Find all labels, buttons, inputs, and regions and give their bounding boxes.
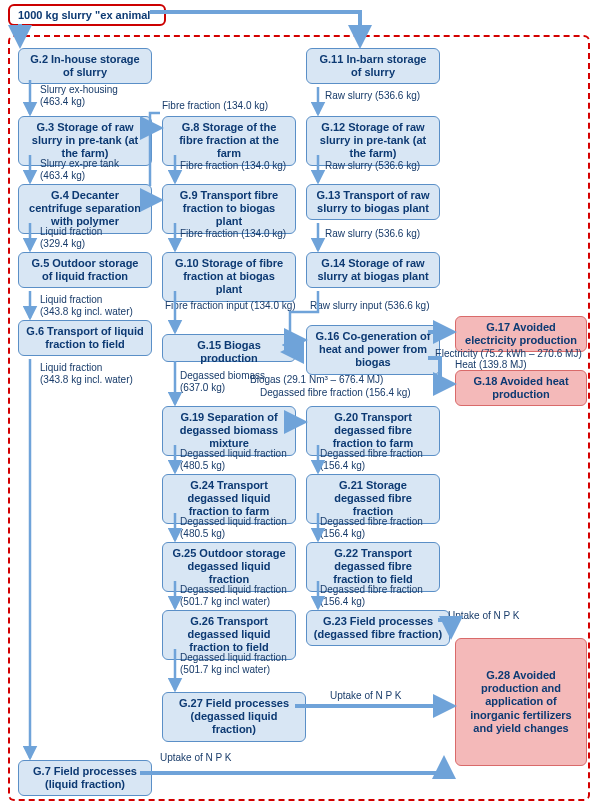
lbl-l12: Raw slurry (536.6 kg) (325, 228, 420, 239)
start-node: 1000 kg slurry "ex animal" (8, 4, 166, 26)
lbl-l19: Degassed liquid fraction (180, 448, 287, 459)
lbl-l1: Slurry ex-housing (40, 84, 118, 95)
node-g23: G.23 Field processes (degassed fibre fra… (306, 610, 450, 646)
node-g27: G.27 Field processes (degassed liquid fr… (162, 692, 306, 742)
lbl-l5: Liquid fraction (40, 362, 102, 373)
lbl-l2b: (463.4 kg) (40, 170, 85, 181)
lbl-l17b: (637.0 kg) (180, 382, 225, 393)
lbl-l21b: (501.7 kg incl water) (180, 596, 270, 607)
lbl-l5b: (343.8 kg incl. water) (40, 374, 133, 385)
lbl-l25b: (156.4 kg) (320, 596, 365, 607)
lbl-l23: Degassed fibre fraction (320, 448, 423, 459)
node-g17: G.17 Avoided electricity production (455, 316, 587, 352)
lbl-l23b: (156.4 kg) (320, 460, 365, 471)
node-g7: G.7 Field processes (liquid fraction) (18, 760, 152, 796)
lbl-l25: Degassed fibre fraction (320, 584, 423, 595)
lbl-l22: Degassed liquid fraction (180, 652, 287, 663)
node-g9: G.9 Transport fibre fraction to biogas p… (162, 184, 296, 234)
node-g28: G.28 Avoided production and application … (455, 638, 587, 766)
node-g2: G.2 In-house storage of slurry (18, 48, 152, 84)
node-g13: G.13 Transport of raw slurry to biogas p… (306, 184, 440, 220)
lbl-l28: Uptake of N P K (160, 752, 232, 763)
lbl-l21: Degassed liquid fraction (180, 584, 287, 595)
lbl-l16: Heat (139.8 MJ) (455, 359, 527, 370)
node-g14: G.14 Storage of raw slurry at biogas pla… (306, 252, 440, 288)
lbl-l3b: (329.4 kg) (40, 238, 85, 249)
node-g16: G.16 Co-generation of heat and power fro… (306, 325, 440, 375)
lbl-l27: Uptake of N P K (330, 690, 402, 701)
lbl-l3: Liquid fraction (40, 226, 102, 237)
lbl-l9: Fibre fraction input (134.0 kg) (165, 300, 296, 311)
lbl-l18: Degassed fibre fraction (156.4 kg) (260, 387, 411, 398)
node-g6: G.6 Transport of liquid fraction to fiel… (18, 320, 152, 356)
lbl-l20: Degassed liquid fraction (180, 516, 287, 527)
node-g12: G.12 Storage of raw slurry in pre-tank (… (306, 116, 440, 166)
node-g18: G.18 Avoided heat production (455, 370, 587, 406)
lbl-l26: Uptake of N P K (448, 610, 520, 621)
lbl-l7: Fibre fraction (134.0 kg) (180, 160, 286, 171)
lbl-l24: Degassed fibre fraction (320, 516, 423, 527)
lbl-l4: Liquid fraction (40, 294, 102, 305)
lbl-l13: Raw slurry input (536.6 kg) (310, 300, 430, 311)
lbl-l17: Degassed biomass (180, 370, 265, 381)
lbl-l19b: (480.5 kg) (180, 460, 225, 471)
node-g10: G.10 Storage of fibre fraction at biogas… (162, 252, 296, 302)
lbl-l14: Biogas (29.1 Nm³ – 676.4 MJ) (250, 374, 383, 385)
lbl-l8: Fibre fraction (134.0 kg) (180, 228, 286, 239)
lbl-l2: Slurry ex-pre tank (40, 158, 119, 169)
lbl-l22b: (501.7 kg incl water) (180, 664, 270, 675)
node-g8: G.8 Storage of the fibre fraction at the… (162, 116, 296, 166)
node-g15: G.15 Biogas production (162, 334, 296, 362)
lbl-l1b: (463.4 kg) (40, 96, 85, 107)
lbl-l15: Electricity (75.2 kWh – 270.6 MJ) (435, 348, 582, 359)
lbl-l4b: (343.8 kg incl. water) (40, 306, 133, 317)
node-g11: G.11 In-barn storage of slurry (306, 48, 440, 84)
lbl-l20b: (480.5 kg) (180, 528, 225, 539)
lbl-l6: Fibre fraction (134.0 kg) (162, 100, 268, 111)
node-g5: G.5 Outdoor storage of liquid fraction (18, 252, 152, 288)
lbl-l10: Raw slurry (536.6 kg) (325, 90, 420, 101)
diagram-canvas: 1000 kg slurry "ex animal" G.2 In-house … (0, 0, 601, 805)
lbl-l24b: (156.4 kg) (320, 528, 365, 539)
lbl-l11: Raw slurry (536.6 kg) (325, 160, 420, 171)
